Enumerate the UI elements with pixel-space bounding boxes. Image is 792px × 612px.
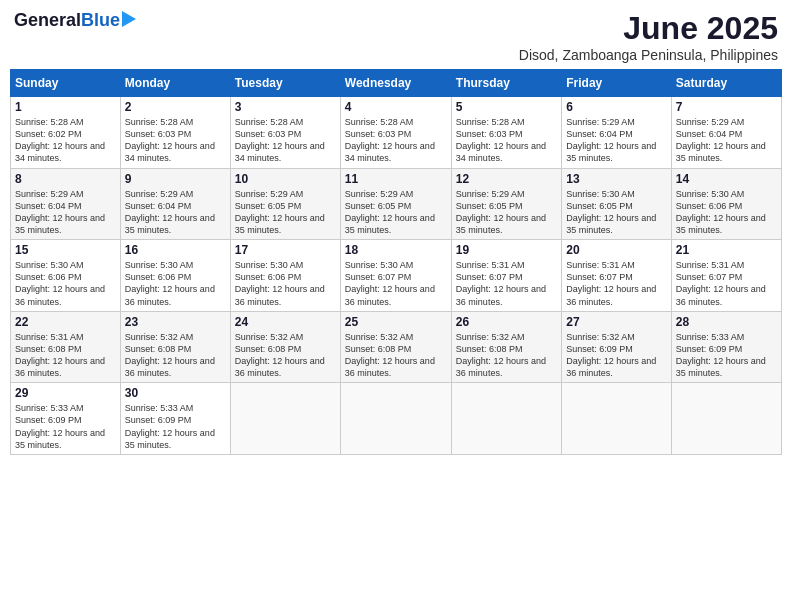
table-row: 11Sunrise: 5:29 AMSunset: 6:05 PMDayligh…: [340, 168, 451, 240]
title-area: June 2025 Disod, Zamboanga Peninsula, Ph…: [519, 10, 778, 63]
table-row: 28Sunrise: 5:33 AMSunset: 6:09 PMDayligh…: [671, 311, 781, 383]
day-info: Sunrise: 5:32 AMSunset: 6:08 PMDaylight:…: [235, 331, 336, 380]
day-info: Sunrise: 5:32 AMSunset: 6:08 PMDaylight:…: [125, 331, 226, 380]
logo-blue: Blue: [81, 10, 120, 30]
header-tuesday: Tuesday: [230, 70, 340, 97]
day-info: Sunrise: 5:30 AMSunset: 6:06 PMDaylight:…: [125, 259, 226, 308]
day-number: 1: [15, 100, 116, 114]
table-row: [562, 383, 671, 455]
day-number: 13: [566, 172, 666, 186]
table-row: 15Sunrise: 5:30 AMSunset: 6:06 PMDayligh…: [11, 240, 121, 312]
day-info: Sunrise: 5:33 AMSunset: 6:09 PMDaylight:…: [15, 402, 116, 451]
day-number: 21: [676, 243, 777, 257]
day-number: 29: [15, 386, 116, 400]
day-info: Sunrise: 5:28 AMSunset: 6:03 PMDaylight:…: [456, 116, 557, 165]
page-header: GeneralBlue June 2025 Disod, Zamboanga P…: [10, 10, 782, 63]
day-info: Sunrise: 5:30 AMSunset: 6:07 PMDaylight:…: [345, 259, 447, 308]
header-saturday: Saturday: [671, 70, 781, 97]
table-row: 9Sunrise: 5:29 AMSunset: 6:04 PMDaylight…: [120, 168, 230, 240]
day-info: Sunrise: 5:28 AMSunset: 6:03 PMDaylight:…: [125, 116, 226, 165]
day-number: 26: [456, 315, 557, 329]
day-info: Sunrise: 5:28 AMSunset: 6:03 PMDaylight:…: [235, 116, 336, 165]
day-info: Sunrise: 5:30 AMSunset: 6:06 PMDaylight:…: [676, 188, 777, 237]
table-row: 17Sunrise: 5:30 AMSunset: 6:06 PMDayligh…: [230, 240, 340, 312]
day-number: 19: [456, 243, 557, 257]
day-info: Sunrise: 5:29 AMSunset: 6:04 PMDaylight:…: [125, 188, 226, 237]
table-row: 16Sunrise: 5:30 AMSunset: 6:06 PMDayligh…: [120, 240, 230, 312]
table-row: 4Sunrise: 5:28 AMSunset: 6:03 PMDaylight…: [340, 97, 451, 169]
logo-arrow-icon: [122, 11, 136, 31]
table-row: 10Sunrise: 5:29 AMSunset: 6:05 PMDayligh…: [230, 168, 340, 240]
day-info: Sunrise: 5:28 AMSunset: 6:02 PMDaylight:…: [15, 116, 116, 165]
day-info: Sunrise: 5:29 AMSunset: 6:05 PMDaylight:…: [235, 188, 336, 237]
day-number: 22: [15, 315, 116, 329]
day-number: 20: [566, 243, 666, 257]
calendar-week-1: 8Sunrise: 5:29 AMSunset: 6:04 PMDaylight…: [11, 168, 782, 240]
day-number: 24: [235, 315, 336, 329]
table-row: 1Sunrise: 5:28 AMSunset: 6:02 PMDaylight…: [11, 97, 121, 169]
table-row: 29Sunrise: 5:33 AMSunset: 6:09 PMDayligh…: [11, 383, 121, 455]
table-row: 25Sunrise: 5:32 AMSunset: 6:08 PMDayligh…: [340, 311, 451, 383]
table-row: [451, 383, 561, 455]
day-number: 9: [125, 172, 226, 186]
table-row: 7Sunrise: 5:29 AMSunset: 6:04 PMDaylight…: [671, 97, 781, 169]
day-number: 7: [676, 100, 777, 114]
page-title: June 2025: [519, 10, 778, 47]
table-row: 30Sunrise: 5:33 AMSunset: 6:09 PMDayligh…: [120, 383, 230, 455]
day-number: 12: [456, 172, 557, 186]
day-info: Sunrise: 5:29 AMSunset: 6:04 PMDaylight:…: [566, 116, 666, 165]
day-number: 10: [235, 172, 336, 186]
day-info: Sunrise: 5:32 AMSunset: 6:08 PMDaylight:…: [345, 331, 447, 380]
table-row: 26Sunrise: 5:32 AMSunset: 6:08 PMDayligh…: [451, 311, 561, 383]
page-subtitle: Disod, Zamboanga Peninsula, Philippines: [519, 47, 778, 63]
svg-marker-0: [122, 11, 136, 27]
day-info: Sunrise: 5:30 AMSunset: 6:06 PMDaylight:…: [235, 259, 336, 308]
logo-text: GeneralBlue: [14, 10, 120, 31]
table-row: 19Sunrise: 5:31 AMSunset: 6:07 PMDayligh…: [451, 240, 561, 312]
day-number: 16: [125, 243, 226, 257]
table-row: 12Sunrise: 5:29 AMSunset: 6:05 PMDayligh…: [451, 168, 561, 240]
table-row: 13Sunrise: 5:30 AMSunset: 6:05 PMDayligh…: [562, 168, 671, 240]
day-info: Sunrise: 5:31 AMSunset: 6:07 PMDaylight:…: [676, 259, 777, 308]
header-monday: Monday: [120, 70, 230, 97]
day-number: 27: [566, 315, 666, 329]
table-row: 24Sunrise: 5:32 AMSunset: 6:08 PMDayligh…: [230, 311, 340, 383]
day-number: 3: [235, 100, 336, 114]
day-info: Sunrise: 5:31 AMSunset: 6:07 PMDaylight:…: [566, 259, 666, 308]
day-number: 18: [345, 243, 447, 257]
header-sunday: Sunday: [11, 70, 121, 97]
table-row: 23Sunrise: 5:32 AMSunset: 6:08 PMDayligh…: [120, 311, 230, 383]
day-number: 2: [125, 100, 226, 114]
logo: GeneralBlue: [14, 10, 136, 31]
day-number: 30: [125, 386, 226, 400]
day-info: Sunrise: 5:32 AMSunset: 6:08 PMDaylight:…: [456, 331, 557, 380]
day-number: 6: [566, 100, 666, 114]
table-row: 21Sunrise: 5:31 AMSunset: 6:07 PMDayligh…: [671, 240, 781, 312]
day-number: 15: [15, 243, 116, 257]
day-info: Sunrise: 5:29 AMSunset: 6:04 PMDaylight:…: [15, 188, 116, 237]
table-row: 27Sunrise: 5:32 AMSunset: 6:09 PMDayligh…: [562, 311, 671, 383]
day-number: 17: [235, 243, 336, 257]
table-row: 3Sunrise: 5:28 AMSunset: 6:03 PMDaylight…: [230, 97, 340, 169]
table-row: 6Sunrise: 5:29 AMSunset: 6:04 PMDaylight…: [562, 97, 671, 169]
day-info: Sunrise: 5:32 AMSunset: 6:09 PMDaylight:…: [566, 331, 666, 380]
day-info: Sunrise: 5:31 AMSunset: 6:08 PMDaylight:…: [15, 331, 116, 380]
table-row: 8Sunrise: 5:29 AMSunset: 6:04 PMDaylight…: [11, 168, 121, 240]
day-number: 23: [125, 315, 226, 329]
calendar-week-0: 1Sunrise: 5:28 AMSunset: 6:02 PMDaylight…: [11, 97, 782, 169]
day-info: Sunrise: 5:33 AMSunset: 6:09 PMDaylight:…: [676, 331, 777, 380]
day-info: Sunrise: 5:30 AMSunset: 6:06 PMDaylight:…: [15, 259, 116, 308]
table-row: [671, 383, 781, 455]
table-row: [230, 383, 340, 455]
table-row: 18Sunrise: 5:30 AMSunset: 6:07 PMDayligh…: [340, 240, 451, 312]
day-number: 25: [345, 315, 447, 329]
table-row: 22Sunrise: 5:31 AMSunset: 6:08 PMDayligh…: [11, 311, 121, 383]
calendar-table: Sunday Monday Tuesday Wednesday Thursday…: [10, 69, 782, 455]
day-info: Sunrise: 5:31 AMSunset: 6:07 PMDaylight:…: [456, 259, 557, 308]
calendar-header-row: Sunday Monday Tuesday Wednesday Thursday…: [11, 70, 782, 97]
table-row: [340, 383, 451, 455]
day-number: 11: [345, 172, 447, 186]
day-info: Sunrise: 5:29 AMSunset: 6:04 PMDaylight:…: [676, 116, 777, 165]
table-row: 14Sunrise: 5:30 AMSunset: 6:06 PMDayligh…: [671, 168, 781, 240]
day-info: Sunrise: 5:28 AMSunset: 6:03 PMDaylight:…: [345, 116, 447, 165]
